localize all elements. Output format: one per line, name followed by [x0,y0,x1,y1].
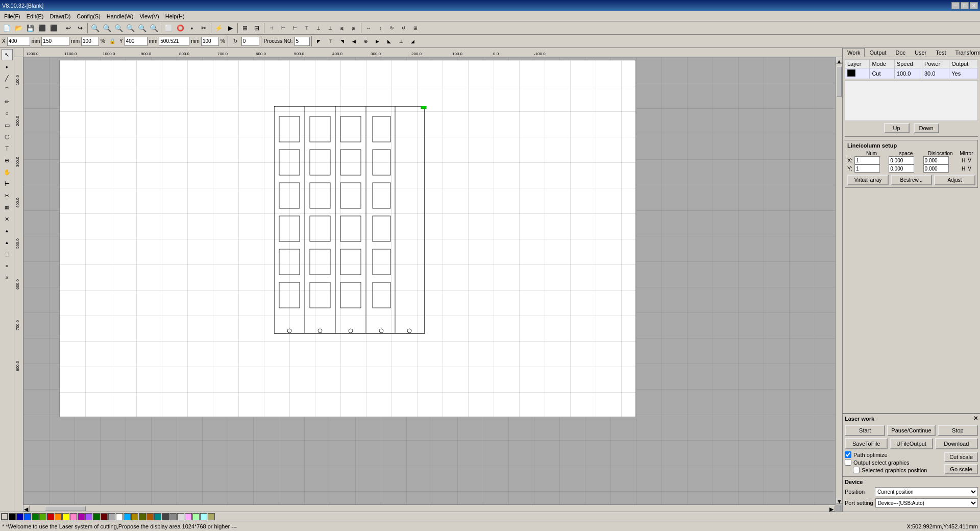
export-button[interactable]: ⬛ [48,22,59,34]
process-no-input[interactable] [295,37,310,46]
ufile-output-button[interactable]: UFileOutput [890,438,933,449]
height-pct-input[interactable] [201,37,219,46]
grid-button[interactable]: ⊟ [251,22,262,34]
color-swatch-cyan[interactable] [124,513,131,520]
width-input[interactable] [41,37,69,46]
line-tool[interactable]: ╱ [2,73,13,84]
tb2-align-mc[interactable]: ⊕ [360,36,372,47]
color-swatch-gold[interactable] [131,513,138,520]
array-tool[interactable]: ▦ [2,202,13,213]
node-edit-tool[interactable]: ⬧ [2,61,13,72]
menu-draw[interactable]: Draw(D) [46,13,74,20]
color-swatch-pink[interactable] [70,513,77,520]
y-coord-input[interactable] [125,37,148,46]
undo-button[interactable]: ↩ [63,22,74,34]
gradient-tool[interactable]: ▲ [2,225,13,236]
new-button[interactable]: 📄 [1,22,12,34]
color-swatch-olive[interactable] [139,513,146,520]
align-middle-button[interactable]: ⊥ [313,22,324,34]
pan-tool[interactable]: ✋ [2,166,13,178]
zoom-page-button[interactable]: 🔍 [136,22,148,34]
frame-button[interactable]: ⬜ [163,22,174,34]
virtual-array-button[interactable]: Virtual array [847,175,889,185]
x-space-input[interactable] [889,156,914,164]
tab-doc[interactable]: Doc [891,48,911,57]
color-tool[interactable]: ⬚ [2,249,13,260]
rect-tool[interactable]: ▭ [2,119,13,131]
color-swatch-navy[interactable] [16,513,23,520]
zoom-out-button[interactable]: 🔍 [101,22,112,34]
menu-edit[interactable]: Edit(E) [23,13,47,20]
color-swatch-white[interactable] [116,513,123,520]
color-swatch-magenta[interactable] [185,513,192,520]
layer-row[interactable]: Cut 100.0 30.0 Yes [845,68,978,79]
hscroll-left[interactable]: ◀ [23,505,30,512]
vscroll-up[interactable]: ▲ [836,58,842,64]
align-top-button[interactable]: ⊤ [301,22,312,34]
import-button[interactable]: ⬛ [36,22,47,34]
distribute-h-button[interactable]: ⫹ [336,22,348,34]
mirror-v-button[interactable]: ↕ [375,22,386,34]
tb2-align-br[interactable]: ◢ [407,36,419,47]
color-swatch-lightgray[interactable] [177,513,184,520]
color-swatch-orange[interactable] [55,513,62,520]
color-swatch-red[interactable] [47,513,54,520]
color-swatch-yellow[interactable] [62,513,69,520]
color-swatch-maroon[interactable] [101,513,108,520]
x-coord-input[interactable] [7,37,30,46]
minimize-button[interactable]: ─ [951,2,960,9]
zoom-fit-button[interactable]: 🔍 [113,22,124,34]
rotate-ccw-button[interactable]: ↺ [398,22,409,34]
freehand-tool[interactable]: ✏ [2,96,13,107]
align-center-h-button[interactable]: ⊢ [278,22,289,34]
node-button[interactable]: ⬧ [186,22,198,34]
color-swatch-aqua[interactable] [200,513,207,520]
rotate-cw-button[interactable]: ↻ [386,22,398,34]
port-select[interactable]: Device---(USB:Auto) Device---(COM1) [875,498,978,508]
align-left-button[interactable]: ⊣ [266,22,277,34]
text-tool[interactable]: T [2,143,13,154]
output-select-checkbox[interactable] [845,459,851,466]
tb2-align-tr[interactable]: ◥ [337,36,348,47]
menu-view[interactable]: View(V) [136,13,162,20]
distribute-v-button[interactable]: ⫺ [348,22,359,34]
cut-scale-button[interactable]: Cut scale [944,452,978,462]
tab-transform[interactable]: Transform [950,48,980,57]
no-color-swatch[interactable] [1,513,8,520]
open-button[interactable]: 📂 [13,22,24,34]
bezier-tool[interactable]: ⌒ [2,84,13,95]
color-swatch-black[interactable] [9,513,16,520]
measure-tool[interactable]: ⊢ [2,178,13,189]
mirror-h-button[interactable]: ↔ [363,22,374,34]
tool-extra[interactable]: ✕ [2,272,13,283]
maximize-button[interactable]: □ [961,2,969,9]
zoom-in-button[interactable]: 🔍 [89,22,101,34]
close-button[interactable]: ✕ [970,2,978,9]
menu-handle[interactable]: Handle(W) [104,13,137,20]
y-disloc-input[interactable] [923,164,949,173]
tb2-align-mr[interactable]: ▶ [372,36,383,47]
go-scale-button[interactable]: Go scale [944,464,978,474]
menu-file[interactable]: File(F) [1,13,23,20]
color-swatch-teal[interactable] [154,513,161,520]
zoom-all-button[interactable]: 🔍 [148,22,159,34]
save-to-file-button[interactable]: SaveToFile [845,438,888,449]
color-swatch-silver[interactable] [108,513,115,520]
color-swatch-lime[interactable] [192,513,200,520]
tb2-align-tc[interactable]: ⊤ [325,36,336,47]
hscroll-right[interactable]: ▶ [829,505,835,512]
snap-button[interactable]: ⊞ [239,22,251,34]
align-bottom-button[interactable]: ⊥ [325,22,336,34]
redo-button[interactable]: ↪ [75,22,86,34]
layer-tool[interactable]: ≡ [2,260,13,272]
up-button[interactable]: Up [884,123,910,133]
align-right-button[interactable]: ⊢ [289,22,301,34]
cut-button[interactable]: ✂ [198,22,209,34]
tb2-align-ml[interactable]: ◀ [349,36,360,47]
zoom-tool[interactable]: ⊕ [2,155,13,166]
lock-ratio-button[interactable]: 🔒 [107,36,118,47]
canvas[interactable]: ▲ ▼ ◀ ▶ [23,57,842,512]
cut-tool[interactable]: ✂ [2,190,13,201]
bestrew-button[interactable]: Bestrew... [891,175,932,185]
color-swatch-darkgreen[interactable] [32,513,39,520]
